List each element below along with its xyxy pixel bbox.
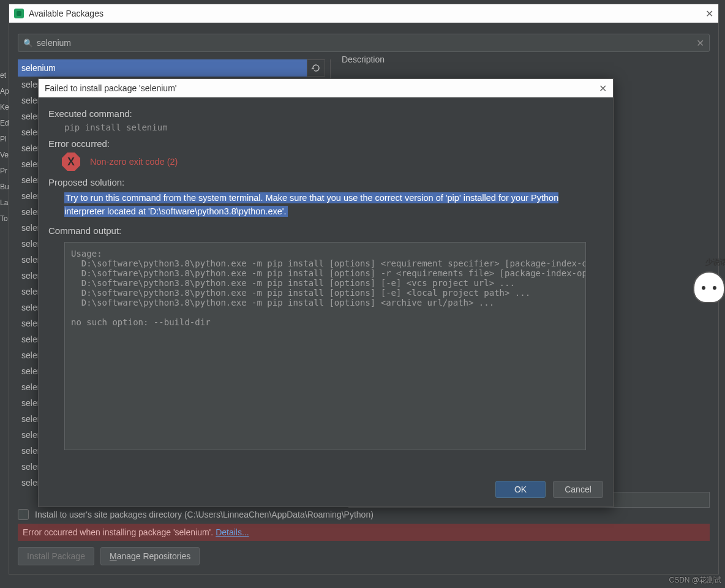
manage-repositories-button[interactable]: Manage Repositories — [100, 547, 200, 565]
executed-label: Executed command: — [48, 108, 603, 119]
background-sidebar: etApKe EdPlVe Pr BuLaTo — [0, 67, 9, 227]
install-user-site-label: Install to user's site packages director… — [35, 510, 374, 519]
error-icon: X — [62, 153, 80, 171]
install-package-button[interactable]: Install Package — [18, 547, 94, 565]
executed-command: pip install selenium — [64, 123, 603, 132]
close-icon[interactable]: ✕ — [705, 8, 713, 20]
solution-label: Proposed solution: — [48, 177, 603, 187]
description-label: Description — [338, 55, 388, 64]
solution-text: Try to run this command from the system … — [64, 192, 558, 217]
cancel-button[interactable]: Cancel — [553, 481, 603, 498]
details-link[interactable]: Details... — [216, 527, 249, 537]
selected-package[interactable]: selenium — [18, 59, 307, 77]
mascot: 少说话 — [688, 257, 725, 331]
dialog-titlebar[interactable]: Failed to install package 'selenium' ✕ — [39, 79, 613, 97]
output-label: Command output: — [48, 225, 603, 236]
command-output[interactable]: Usage: D:\software\python3.8\python.exe … — [64, 242, 586, 450]
pycharm-icon — [14, 9, 24, 18]
error-dialog: Failed to install package 'selenium' ✕ E… — [38, 78, 614, 507]
clear-icon[interactable]: ✕ — [696, 37, 704, 49]
window-title: Available Packages — [29, 9, 103, 18]
search-input[interactable] — [37, 38, 696, 48]
error-occurred-label: Error occurred: — [48, 138, 603, 149]
cat-icon — [693, 271, 725, 303]
dialog-title: Failed to install package 'selenium' — [45, 83, 176, 93]
refresh-icon — [311, 63, 321, 73]
watermark: CSDN @花测试 — [669, 575, 721, 586]
error-message: Non-zero exit code (2) — [90, 157, 178, 167]
search-icon: 🔍 — [23, 39, 33, 48]
dialog-close-icon[interactable]: ✕ — [599, 83, 607, 94]
refresh-button[interactable] — [307, 59, 325, 77]
ok-button[interactable]: OK — [495, 481, 546, 498]
install-user-site-checkbox[interactable] — [18, 509, 29, 520]
error-banner: Error occurred when installing package '… — [18, 524, 710, 541]
search-input-wrap[interactable]: 🔍 ✕ — [18, 34, 710, 52]
footer: Install to user's site packages director… — [9, 504, 718, 574]
titlebar[interactable]: Available Packages ✕ — [9, 4, 718, 23]
